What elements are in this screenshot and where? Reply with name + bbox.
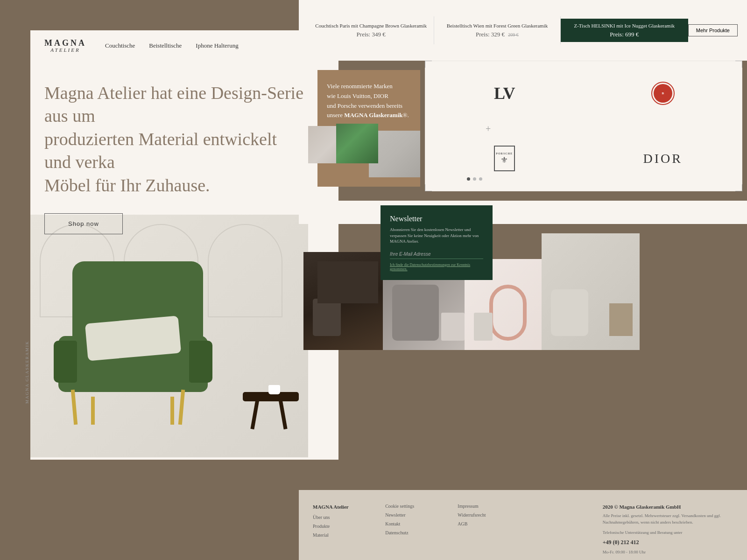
corner-bracket-tr <box>735 61 742 68</box>
chair-arm-left <box>54 341 77 383</box>
lv-logo-cell: LV <box>425 61 584 126</box>
footer-link-newsletter[interactable]: Newsletter <box>385 511 458 519</box>
marble-image-2 <box>336 124 378 163</box>
chair-arm-right <box>189 341 212 383</box>
plus-icon: + <box>486 124 491 134</box>
side-table <box>441 313 465 341</box>
product-price-3: Preis: 699 € <box>566 31 683 38</box>
interior-photo-1 <box>303 252 392 350</box>
footer-phone-number: +49 (0) 212 412 <box>603 537 733 548</box>
rotated-side-text: MAGNA GLASKERAMIK <box>25 341 29 404</box>
corner-bracket-tl <box>425 61 432 68</box>
brand-logo: MAGNA atelier <box>44 38 86 53</box>
product-name-2: Beistelltisch Wien mit Forest Green Glas… <box>439 22 555 29</box>
newsletter-terms[interactable]: Ich finde die Datenschutzbestimmungen zu… <box>390 263 483 271</box>
footer-phone-label: Telefonische Unterstützung und Beratung … <box>603 528 733 537</box>
footer-phone-hours: Mo-Fr. 09:00 - 18:00 Uhr <box>603 548 733 556</box>
porsche-logo: PORSCHE ⚜ <box>494 146 515 171</box>
chair-section <box>30 215 308 457</box>
lamp-stand <box>313 299 341 336</box>
hero-text-block: Magna Atelier hat eine Design-Serie aus … <box>44 82 306 234</box>
newsletter-email-input[interactable] <box>390 250 483 259</box>
footer-copyright: 2020 © Magna Glaskeramik GmbH <box>603 502 733 512</box>
footer-legal-text: Alle Preise inkl. gesetzl. Mehrwertsteue… <box>603 513 733 525</box>
footer-link-impressum[interactable]: Impressum <box>458 502 530 511</box>
nav-couchtische[interactable]: Couchtische <box>105 42 135 49</box>
chair-white <box>551 289 588 336</box>
footer-brand-name: MAGNA Atelier <box>313 502 385 512</box>
info-card-text: Viele renommierte Marken wie Louis Vuitt… <box>327 82 411 120</box>
footer-link-kontakt[interactable]: Kontakt <box>385 519 458 528</box>
table-small <box>474 313 493 341</box>
chair-leg-2 <box>178 390 185 425</box>
bugatti-logo: B <box>651 82 675 105</box>
bugatti-logo-cell: B <box>584 61 742 126</box>
logos-section: LV B PORSCHE ⚜ DIOR <box>425 61 742 191</box>
coffee-cup <box>268 385 280 394</box>
coffee-table-leg-1 <box>278 399 287 429</box>
footer: MAGNA Atelier Über uns Produkte Material… <box>299 490 747 560</box>
footer-col-4 <box>530 502 603 556</box>
dot-3[interactable] <box>479 177 482 181</box>
product-card-3: Z-Tisch HELSINKI mit Ice Nugget Glaskera… <box>561 19 688 42</box>
newsletter-title: Newsletter <box>390 215 483 223</box>
footer-link-products[interactable]: Produkte <box>313 522 385 531</box>
corner-bracket-bl <box>425 184 432 191</box>
product-name-3: Z-Tisch HELSINKI mit Ice Nugget Glaskera… <box>566 22 683 29</box>
dot-1[interactable] <box>467 177 470 181</box>
footer-link-widerruf[interactable]: Widerrufsrecht <box>458 511 530 519</box>
lv-logo: LV <box>494 84 515 103</box>
footer-link-about[interactable]: Über uns <box>313 513 385 522</box>
nav-iphone[interactable]: Iphone Halterung <box>196 42 238 49</box>
nav-beistelltische[interactable]: Beistelltische <box>149 42 182 49</box>
chair-leg-3 <box>91 397 95 425</box>
dot-2[interactable] <box>473 177 476 181</box>
navigation: MAGNA atelier Couchtische Beistelltische… <box>30 30 338 61</box>
nav-links: Couchtische Beistelltische Iphone Halter… <box>105 42 239 49</box>
footer-link-cookies[interactable]: Cookie settings <box>385 502 458 511</box>
product-card-2: Beistelltisch Wien mit Forest Green Glas… <box>434 20 560 41</box>
chair-leg-1 <box>71 390 78 425</box>
footer-phone-section: Telefonische Unterstützung und Beratung … <box>603 528 733 556</box>
corner-bracket-br <box>735 184 742 191</box>
chair-visual <box>54 266 240 429</box>
product-name-1: Couchtisch Paris mit Champagne Brown Gla… <box>313 22 429 29</box>
footer-col-2: Cookie settings Newsletter Kontakt Daten… <box>385 502 458 556</box>
chair-leg-4 <box>170 397 174 425</box>
dior-logo: DIOR <box>643 151 683 166</box>
artwork <box>317 261 378 303</box>
newsletter-description: Abonnieren Sie den kostenlosen Newslette… <box>390 227 483 245</box>
bookshelf <box>609 303 633 336</box>
footer-link-material[interactable]: Material <box>313 531 385 539</box>
oval-mirror <box>489 285 527 341</box>
dior-logo-cell: DIOR <box>584 126 742 191</box>
white-strip <box>299 201 747 224</box>
interior-photo-4 <box>542 233 640 350</box>
hero-title: Magna Atelier hat eine Design-Serie aus … <box>44 82 306 197</box>
mehr-produkte-button[interactable]: Mehr Produkte <box>688 24 738 36</box>
product-price-2: Preis: 329 € 209 € <box>439 31 555 38</box>
footer-link-agb[interactable]: AGB <box>458 519 530 528</box>
footer-col-5: 2020 © Magna Glaskeramik GmbH Alle Preis… <box>603 502 733 556</box>
footer-link-datenschutz[interactable]: Datenschutz <box>385 528 458 537</box>
porsche-logo-cell: PORSCHE ⚜ <box>425 126 584 191</box>
pagination-dots <box>467 177 482 181</box>
products-bar: Couchtisch Paris mit Champagne Brown Gla… <box>299 0 747 61</box>
newsletter-card: Newsletter Abonnieren Sie den kostenlose… <box>381 205 493 280</box>
coffee-table-leg-2 <box>250 399 259 429</box>
shop-now-button[interactable]: Shop now <box>44 213 123 234</box>
footer-col-1: MAGNA Atelier Über uns Produkte Material <box>313 502 385 556</box>
footer-col-3: Impressum Widerrufsrecht AGB <box>458 502 530 556</box>
chair-shape <box>392 285 439 341</box>
